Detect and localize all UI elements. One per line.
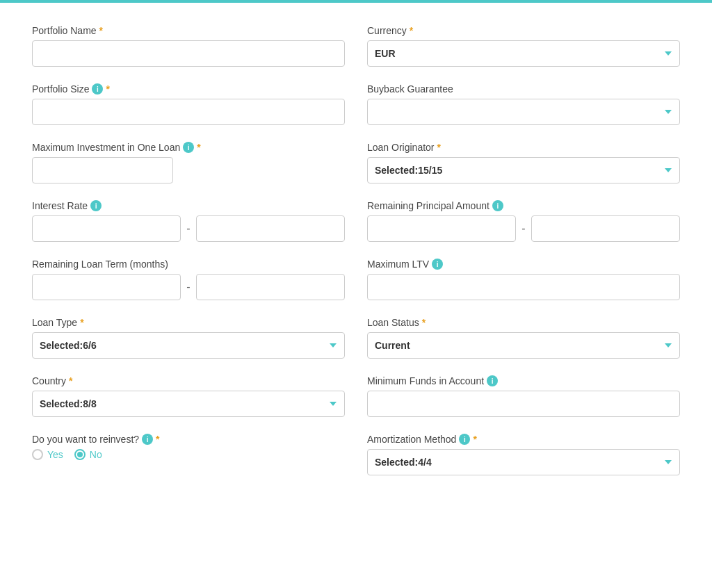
maximum-ltv-info-icon[interactable]: i [432,259,443,270]
reinvest-no-label[interactable]: No [74,449,102,460]
max-investment-info-icon[interactable]: i [183,142,194,153]
currency-group: Currency * EUR USD GBP [356,17,691,75]
amortization-label: Amortization Method i * [367,434,680,445]
reinvest-no-text: No [90,449,102,460]
buyback-label-text: Buyback Guarantee [367,83,453,95]
loan-originator-required: * [437,142,441,153]
loan-originator-select-wrapper: Selected:15/15 [367,157,680,183]
portfolio-name-group: Portfolio Name * [21,17,356,75]
amortization-select-wrapper: Selected:4/4 [367,449,680,475]
amortization-required: * [473,434,476,445]
reinvest-yes-radio[interactable] [32,449,43,460]
form-container: Portfolio Name * Currency * EUR USD GBP … [0,3,712,498]
portfolio-name-required: * [99,25,103,36]
remaining-loan-term-group: Remaining Loan Term (months) - [21,250,356,309]
remaining-principal-dash: - [521,222,525,235]
portfolio-size-input[interactable] [32,99,345,125]
country-select-wrapper: Selected:8/8 [32,391,345,417]
portfolio-size-label: Portfolio Size i * [32,83,345,95]
remaining-loan-term-label: Remaining Loan Term (months) [32,259,345,270]
max-investment-input[interactable] [32,157,173,183]
interest-rate-group: Interest Rate i - [21,192,356,250]
max-investment-required: * [197,142,200,153]
reinvest-yes-text: Yes [47,449,63,460]
amortization-info-icon[interactable]: i [459,434,470,445]
portfolio-size-required: * [106,83,109,95]
loan-originator-group: Loan Originator * Selected:15/15 [356,133,691,192]
interest-rate-max-input[interactable] [196,215,345,242]
reinvest-label: Do you want to reinvest? i * [32,434,345,445]
loan-status-select[interactable]: Current [367,332,680,359]
reinvest-required: * [156,434,159,445]
country-group: Country * Selected:8/8 [21,367,356,425]
loan-type-select-wrapper: Selected:6/6 [32,332,345,359]
remaining-principal-max-input[interactable] [531,215,680,242]
buyback-group: Buyback Guarantee [356,75,691,133]
amortization-group: Amortization Method i * Selected:4/4 [356,425,691,484]
loan-status-group: Loan Status * Current [356,309,691,367]
minimum-funds-group: Minimum Funds in Account i [356,367,691,425]
maximum-ltv-input[interactable] [367,274,680,300]
remaining-principal-label-text: Remaining Principal Amount [367,200,490,211]
country-label: Country * [32,375,345,386]
loan-type-select[interactable]: Selected:6/6 [32,332,345,359]
remaining-principal-label: Remaining Principal Amount i [367,200,680,211]
portfolio-name-label: Portfolio Name * [32,25,345,36]
loan-status-required: * [422,317,426,328]
country-select[interactable]: Selected:8/8 [32,391,345,417]
remaining-loan-term-dash: - [186,281,190,293]
remaining-loan-term-max-input[interactable] [196,274,345,300]
remaining-loan-term-range: - [32,274,345,300]
currency-label: Currency * [367,25,680,36]
minimum-funds-label: Minimum Funds in Account i [367,375,680,386]
remaining-loan-term-label-text: Remaining Loan Term (months) [32,259,168,270]
loan-type-label: Loan Type * [32,317,345,328]
reinvest-radio-group: Yes No [32,449,345,460]
max-investment-label: Maximum Investment in One Loan i * [32,142,345,153]
loan-status-label: Loan Status * [367,317,680,328]
portfolio-size-group: Portfolio Size i * [21,75,356,133]
amortization-label-text: Amortization Method [367,434,456,445]
max-investment-group: Maximum Investment in One Loan i * [21,133,356,192]
reinvest-label-text: Do you want to reinvest? [32,434,139,445]
remaining-principal-range: - [367,215,680,242]
interest-rate-min-input[interactable] [32,215,181,242]
maximum-ltv-label: Maximum LTV i [367,259,680,270]
interest-rate-label: Interest Rate i [32,200,345,211]
interest-rate-range: - [32,215,345,242]
reinvest-no-radio[interactable] [74,449,86,460]
remaining-principal-min-input[interactable] [367,215,516,242]
maximum-ltv-label-text: Maximum LTV [367,259,429,270]
remaining-loan-term-min-input[interactable] [32,274,181,300]
loan-type-group: Loan Type * Selected:6/6 [21,309,356,367]
portfolio-name-input[interactable] [32,40,345,67]
currency-required: * [410,25,413,36]
loan-originator-select[interactable]: Selected:15/15 [367,157,680,183]
currency-label-text: Currency [367,25,407,36]
remaining-principal-group: Remaining Principal Amount i - [356,192,691,250]
loan-status-label-text: Loan Status [367,317,419,328]
minimum-funds-label-text: Minimum Funds in Account [367,375,484,386]
amortization-select[interactable]: Selected:4/4 [367,449,680,475]
reinvest-group: Do you want to reinvest? i * Yes No [21,425,356,484]
country-label-text: Country [32,375,66,386]
buyback-select[interactable] [367,99,680,125]
reinvest-info-icon[interactable]: i [142,434,153,445]
loan-type-required: * [80,317,83,328]
buyback-select-wrapper [367,99,680,125]
minimum-funds-input[interactable] [367,391,680,417]
interest-rate-dash: - [186,222,190,235]
currency-select-wrapper: EUR USD GBP [367,40,680,67]
interest-rate-label-text: Interest Rate [32,200,88,211]
interest-rate-info-icon[interactable]: i [90,200,102,211]
portfolio-size-info-icon[interactable]: i [92,83,103,95]
country-required: * [69,375,72,386]
portfolio-size-label-text: Portfolio Size [32,83,89,95]
remaining-principal-info-icon[interactable]: i [492,200,503,211]
loan-originator-label: Loan Originator * [367,142,680,153]
currency-select[interactable]: EUR USD GBP [367,40,680,67]
reinvest-yes-label[interactable]: Yes [32,449,63,460]
loan-originator-label-text: Loan Originator [367,142,435,153]
minimum-funds-info-icon[interactable]: i [487,375,498,386]
max-investment-label-text: Maximum Investment in One Loan [32,142,180,153]
